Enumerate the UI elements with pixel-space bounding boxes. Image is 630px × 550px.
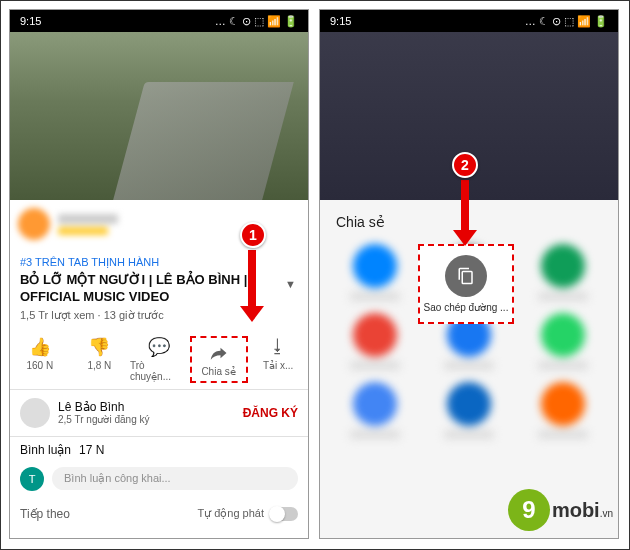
- blurred-text: [58, 227, 108, 235]
- status-bar: 9:15 … ☾ ⊙ ⬚ 📶 🔋: [10, 10, 308, 32]
- action-bar: 👍 160 N 👎 1,8 N 💬 Trò chuyện... Chia sẻ …: [10, 330, 308, 390]
- avatar: [18, 208, 50, 240]
- phone-screen-left: 9:15 … ☾ ⊙ ⬚ 📶 🔋 #3 TRÊN TAB THỊNH HÀNH …: [9, 9, 309, 539]
- comments-header[interactable]: Bình luận 17 N: [10, 437, 308, 463]
- annotation-marker-2: 2: [452, 152, 478, 178]
- like-button[interactable]: 👍 160 N: [11, 336, 69, 383]
- subscribe-button[interactable]: ĐĂNG KÝ: [243, 406, 298, 420]
- thumbs-up-icon: 👍: [29, 336, 51, 358]
- comment-input-row: T Bình luận công khai...: [10, 463, 308, 499]
- blurred-text: [58, 214, 118, 224]
- status-time: 9:15: [20, 15, 41, 27]
- watermark-number: 9: [508, 489, 550, 531]
- chat-button[interactable]: 💬 Trò chuyện...: [130, 336, 188, 383]
- share-option[interactable]: [330, 382, 420, 439]
- share-button[interactable]: Chia sẻ: [190, 336, 248, 383]
- autoplay-toggle[interactable]: [270, 507, 298, 521]
- annotation-marker-1: 1: [240, 222, 266, 248]
- share-option[interactable]: [330, 244, 420, 301]
- dislike-button[interactable]: 👎 1,8 N: [70, 336, 128, 383]
- annotation-arrow-2: [453, 180, 477, 246]
- watermark-text: mobi: [552, 499, 600, 521]
- status-icons: … ☾ ⊙ ⬚ 📶 🔋: [525, 15, 608, 28]
- watermark-logo: 9 mobi.vn: [508, 489, 613, 531]
- up-next-row: Tiếp theo Tự động phát: [10, 499, 308, 529]
- status-bar: 9:15 … ☾ ⊙ ⬚ 📶 🔋: [320, 10, 618, 32]
- share-option[interactable]: [518, 244, 608, 301]
- download-icon: ⭳: [269, 336, 287, 358]
- chevron-down-icon[interactable]: ▼: [285, 278, 296, 290]
- channel-subscribe-row[interactable]: Lê Bảo Bình 2,5 Tr người đăng ký ĐĂNG KÝ: [10, 390, 308, 437]
- video-player[interactable]: [10, 32, 308, 200]
- annotation-arrow-1: [240, 250, 264, 322]
- copy-link-label: Sao chép đường ...: [424, 302, 509, 313]
- autoplay-label: Tự động phát: [197, 507, 264, 520]
- copy-icon: [445, 255, 487, 297]
- subscriber-count: 2,5 Tr người đăng ký: [58, 414, 235, 425]
- share-sheet: Chia sẻ Sao chép đường ...: [320, 200, 618, 538]
- copy-link-option[interactable]: Sao chép đường ...: [418, 244, 514, 324]
- status-icons: … ☾ ⊙ ⬚ 📶 🔋: [215, 15, 298, 28]
- up-next-label: Tiếp theo: [20, 507, 70, 521]
- download-button[interactable]: ⭳ Tải x...: [249, 336, 307, 383]
- phone-screen-right: 9:15 … ☾ ⊙ ⬚ 📶 🔋 Chia sẻ: [319, 9, 619, 539]
- share-option[interactable]: [518, 313, 608, 370]
- thumbs-down-icon: 👎: [88, 336, 110, 358]
- share-icon: [209, 342, 229, 364]
- share-option[interactable]: [518, 382, 608, 439]
- user-avatar: T: [20, 467, 44, 491]
- comment-input[interactable]: Bình luận công khai...: [52, 467, 298, 490]
- share-option[interactable]: [424, 382, 514, 439]
- chat-icon: 💬: [148, 336, 170, 358]
- share-option[interactable]: [330, 313, 420, 370]
- channel-name: Lê Bảo Bình: [58, 400, 235, 414]
- channel-avatar: [20, 398, 50, 428]
- status-time: 9:15: [330, 15, 351, 27]
